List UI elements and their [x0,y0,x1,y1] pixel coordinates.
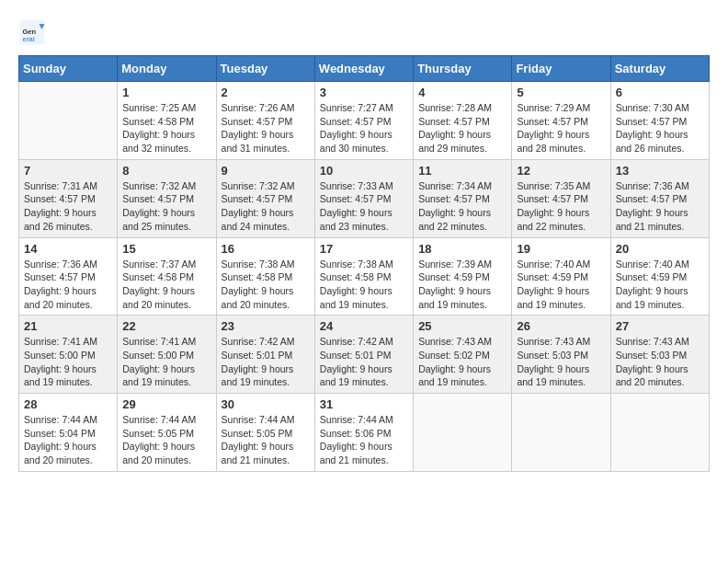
day-info: Sunrise: 7:42 AM Sunset: 5:01 PM Dayligh… [222,335,310,389]
logo: Gen eral [18,18,50,46]
weekday-saturday: Saturday [610,56,709,82]
weekday-friday: Friday [512,56,610,82]
calendar-cell: 26Sunrise: 7:43 AM Sunset: 5:03 PM Dayli… [512,316,610,394]
calendar-cell: 2Sunrise: 7:26 AM Sunset: 4:57 PM Daylig… [216,82,314,160]
day-info: Sunrise: 7:43 AM Sunset: 5:03 PM Dayligh… [616,335,704,389]
day-number: 6 [616,86,704,99]
day-info: Sunrise: 7:44 AM Sunset: 5:04 PM Dayligh… [24,413,112,467]
day-info: Sunrise: 7:40 AM Sunset: 4:59 PM Dayligh… [517,258,605,312]
day-number: 10 [320,164,408,178]
calendar-cell: 24Sunrise: 7:42 AM Sunset: 5:01 PM Dayli… [314,316,413,394]
day-number: 7 [24,164,112,178]
day-info: Sunrise: 7:35 AM Sunset: 4:57 PM Dayligh… [517,179,605,234]
day-number: 31 [320,397,408,411]
week-row-3: 14Sunrise: 7:36 AM Sunset: 4:57 PM Dayli… [19,237,710,316]
weekday-monday: Monday [118,56,216,82]
calendar-cell: 3Sunrise: 7:27 AM Sunset: 4:57 PM Daylig… [314,82,413,160]
calendar-cell: 31Sunrise: 7:44 AM Sunset: 5:06 PM Dayli… [314,394,413,472]
calendar-cell: 27Sunrise: 7:43 AM Sunset: 5:03 PM Dayli… [610,316,709,394]
day-number: 17 [320,242,408,256]
weekday-thursday: Thursday [414,56,512,82]
day-number: 11 [418,164,506,178]
day-info: Sunrise: 7:43 AM Sunset: 5:02 PM Dayligh… [418,335,506,389]
calendar-cell: 22Sunrise: 7:41 AM Sunset: 5:00 PM Dayli… [118,316,216,394]
day-number: 27 [616,319,704,333]
day-info: Sunrise: 7:33 AM Sunset: 4:57 PM Dayligh… [320,179,408,234]
day-number: 28 [24,397,112,411]
calendar-cell: 28Sunrise: 7:44 AM Sunset: 5:04 PM Dayli… [19,394,118,472]
calendar-cell: 25Sunrise: 7:43 AM Sunset: 5:02 PM Dayli… [414,316,512,394]
day-number: 13 [616,164,704,178]
calendar-cell: 12Sunrise: 7:35 AM Sunset: 4:57 PM Dayli… [512,159,610,237]
day-info: Sunrise: 7:43 AM Sunset: 5:03 PM Dayligh… [517,335,605,389]
calendar-cell: 13Sunrise: 7:36 AM Sunset: 4:57 PM Dayli… [610,159,709,237]
day-number: 30 [222,397,310,411]
day-info: Sunrise: 7:38 AM Sunset: 4:58 PM Dayligh… [222,258,310,312]
calendar-cell [610,394,709,472]
day-info: Sunrise: 7:26 AM Sunset: 4:57 PM Dayligh… [222,101,310,155]
day-info: Sunrise: 7:32 AM Sunset: 4:57 PM Dayligh… [222,179,310,234]
calendar-cell: 1Sunrise: 7:25 AM Sunset: 4:58 PM Daylig… [118,82,216,160]
day-number: 15 [122,242,210,256]
day-number: 3 [320,86,408,99]
day-number: 25 [418,319,506,333]
calendar-cell: 30Sunrise: 7:44 AM Sunset: 5:05 PM Dayli… [216,394,314,472]
svg-text:eral: eral [23,35,35,43]
calendar-cell: 18Sunrise: 7:39 AM Sunset: 4:59 PM Dayli… [414,237,512,316]
calendar-table: SundayMondayTuesdayWednesdayThursdayFrid… [18,55,710,472]
calendar-body: 1Sunrise: 7:25 AM Sunset: 4:58 PM Daylig… [19,82,710,472]
week-row-4: 21Sunrise: 7:41 AM Sunset: 5:00 PM Dayli… [19,316,710,394]
day-info: Sunrise: 7:38 AM Sunset: 4:58 PM Dayligh… [320,258,408,312]
weekday-wednesday: Wednesday [314,56,413,82]
week-row-2: 7Sunrise: 7:31 AM Sunset: 4:57 PM Daylig… [19,159,710,237]
calendar-cell: 15Sunrise: 7:37 AM Sunset: 4:58 PM Dayli… [118,237,216,316]
day-info: Sunrise: 7:44 AM Sunset: 5:05 PM Dayligh… [122,413,210,467]
day-info: Sunrise: 7:27 AM Sunset: 4:57 PM Dayligh… [320,101,408,155]
calendar-cell: 17Sunrise: 7:38 AM Sunset: 4:58 PM Dayli… [314,237,413,316]
day-number: 29 [122,397,210,411]
calendar-cell: 20Sunrise: 7:40 AM Sunset: 4:59 PM Dayli… [610,237,709,316]
day-number: 21 [24,319,112,333]
day-info: Sunrise: 7:41 AM Sunset: 5:00 PM Dayligh… [24,335,112,389]
day-number: 9 [222,164,310,178]
day-info: Sunrise: 7:25 AM Sunset: 4:58 PM Dayligh… [122,101,210,155]
day-info: Sunrise: 7:32 AM Sunset: 4:57 PM Dayligh… [122,179,210,234]
calendar-cell: 23Sunrise: 7:42 AM Sunset: 5:01 PM Dayli… [216,316,314,394]
calendar-cell: 16Sunrise: 7:38 AM Sunset: 4:58 PM Dayli… [216,237,314,316]
calendar-cell: 9Sunrise: 7:32 AM Sunset: 4:57 PM Daylig… [216,159,314,237]
calendar-cell: 4Sunrise: 7:28 AM Sunset: 4:57 PM Daylig… [414,82,512,160]
day-number: 5 [517,86,605,99]
calendar-cell: 14Sunrise: 7:36 AM Sunset: 4:57 PM Dayli… [19,237,118,316]
week-row-5: 28Sunrise: 7:44 AM Sunset: 5:04 PM Dayli… [19,394,710,472]
week-row-1: 1Sunrise: 7:25 AM Sunset: 4:58 PM Daylig… [19,82,710,160]
day-info: Sunrise: 7:34 AM Sunset: 4:57 PM Dayligh… [418,179,506,234]
page-header: Gen eral [18,18,710,46]
day-info: Sunrise: 7:42 AM Sunset: 5:01 PM Dayligh… [320,335,408,389]
day-number: 26 [517,319,605,333]
weekday-tuesday: Tuesday [216,56,314,82]
calendar-cell: 6Sunrise: 7:30 AM Sunset: 4:57 PM Daylig… [610,82,709,160]
calendar-cell [414,394,512,472]
day-info: Sunrise: 7:29 AM Sunset: 4:57 PM Dayligh… [517,101,605,155]
day-info: Sunrise: 7:39 AM Sunset: 4:59 PM Dayligh… [418,258,506,312]
day-info: Sunrise: 7:44 AM Sunset: 5:06 PM Dayligh… [320,413,408,467]
day-number: 23 [222,319,310,333]
day-info: Sunrise: 7:30 AM Sunset: 4:57 PM Dayligh… [616,101,704,155]
calendar-cell: 7Sunrise: 7:31 AM Sunset: 4:57 PM Daylig… [19,159,118,237]
calendar-cell: 5Sunrise: 7:29 AM Sunset: 4:57 PM Daylig… [512,82,610,160]
day-info: Sunrise: 7:31 AM Sunset: 4:57 PM Dayligh… [24,179,112,234]
weekday-header-row: SundayMondayTuesdayWednesdayThursdayFrid… [19,56,710,82]
calendar-cell: 11Sunrise: 7:34 AM Sunset: 4:57 PM Dayli… [414,159,512,237]
calendar-cell: 10Sunrise: 7:33 AM Sunset: 4:57 PM Dayli… [314,159,413,237]
day-info: Sunrise: 7:41 AM Sunset: 5:00 PM Dayligh… [122,335,210,389]
day-number: 12 [517,164,605,178]
logo-icon: Gen eral [18,18,46,46]
day-number: 16 [222,242,310,256]
day-info: Sunrise: 7:40 AM Sunset: 4:59 PM Dayligh… [616,258,704,312]
day-number: 18 [418,242,506,256]
day-number: 19 [517,242,605,256]
calendar-cell [19,82,118,160]
day-info: Sunrise: 7:37 AM Sunset: 4:58 PM Dayligh… [122,258,210,312]
day-info: Sunrise: 7:36 AM Sunset: 4:57 PM Dayligh… [616,179,704,234]
day-number: 2 [222,86,310,99]
